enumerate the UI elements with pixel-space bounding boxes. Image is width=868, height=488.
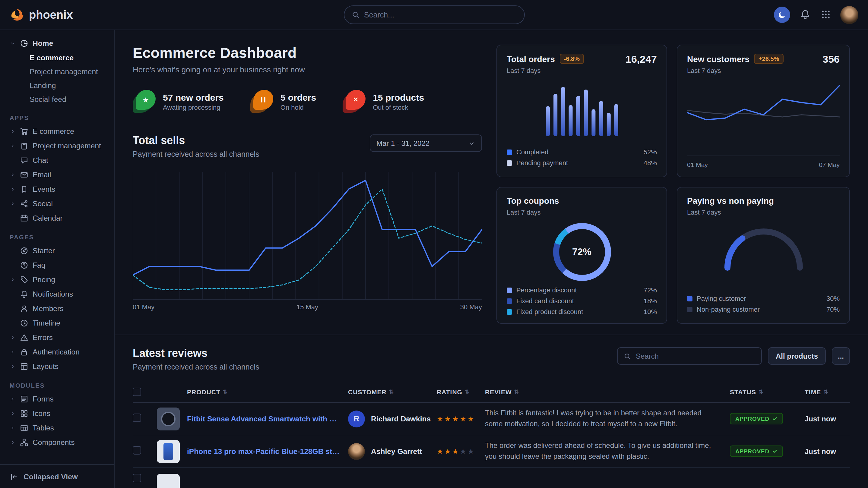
sidebar-item-layouts[interactable]: Layouts bbox=[5, 359, 109, 374]
sidebar-subitem-landing[interactable]: Landing bbox=[5, 78, 109, 92]
legend-item: Fixed product discount10% bbox=[507, 306, 657, 317]
sidebar-item-timeline[interactable]: Timeline bbox=[5, 316, 109, 330]
sidebar-item-events[interactable]: Events bbox=[5, 182, 109, 197]
card-period: Last 7 days bbox=[687, 67, 783, 74]
sidebar-item-pricing[interactable]: Pricing bbox=[5, 272, 109, 287]
caret-spacer bbox=[10, 291, 16, 297]
clipboard-icon bbox=[20, 142, 28, 150]
top-navbar: phoenix bbox=[0, 0, 868, 30]
sidebar-subitem-social-feed[interactable]: Social feed bbox=[5, 92, 109, 106]
navbar-search[interactable] bbox=[343, 5, 525, 24]
table-row[interactable]: Fitbit Sense Advanced Smartwatch with To… bbox=[133, 403, 850, 435]
apps-grid-button[interactable] bbox=[820, 9, 831, 21]
more-options-button[interactable]: ... bbox=[832, 347, 850, 365]
legend-value: 10% bbox=[644, 308, 657, 315]
legend-label: Completed bbox=[516, 148, 548, 156]
legend-item: Non-paying customer70% bbox=[687, 304, 840, 315]
column-header-time[interactable]: TIME bbox=[805, 388, 821, 395]
column-header-status[interactable]: STATUS bbox=[730, 388, 756, 395]
product-link[interactable]: iPhone 13 pro max-Pacific Blue-128GB sto… bbox=[187, 447, 340, 455]
column-header-rating[interactable]: RATING bbox=[437, 388, 462, 395]
sidebar-item-chat[interactable]: Chat bbox=[5, 153, 109, 168]
sidebar-item-faq[interactable]: Faq bbox=[5, 258, 109, 272]
top-coupons-legend: Percentage discount72%Fixed card discoun… bbox=[507, 285, 657, 317]
product-thumbnail bbox=[157, 407, 180, 430]
bell-icon bbox=[20, 290, 28, 298]
brand-name: phoenix bbox=[29, 8, 73, 22]
sidebar-item-members[interactable]: Members bbox=[5, 301, 109, 316]
total-orders-bar-chart bbox=[546, 85, 618, 136]
date-range-select[interactable]: Mar 1 - 31, 2022 bbox=[370, 134, 482, 152]
brand[interactable]: phoenix bbox=[10, 7, 73, 22]
legend-swatch bbox=[507, 287, 512, 293]
sidebar-subitem-e-commerce[interactable]: E commerce bbox=[5, 51, 109, 65]
review-time: Just now bbox=[805, 415, 850, 423]
sidebar-item-label: Starter bbox=[33, 247, 55, 255]
reviews-search[interactable] bbox=[617, 347, 762, 365]
sidebar-section-label: PAGES bbox=[10, 234, 104, 240]
column-header-customer[interactable]: CUSTOMER bbox=[348, 388, 386, 395]
navbar-search-input[interactable] bbox=[364, 10, 517, 19]
table-icon bbox=[20, 424, 28, 432]
all-products-button[interactable]: All products bbox=[768, 347, 826, 365]
notifications-button[interactable] bbox=[799, 9, 811, 21]
sidebar-item-project-management[interactable]: Project management bbox=[5, 139, 109, 153]
sidebar-item-social[interactable]: Social bbox=[5, 197, 109, 211]
sidebar-item-label: Authentication bbox=[33, 348, 80, 356]
theme-toggle-button[interactable] bbox=[774, 7, 790, 23]
search-icon bbox=[624, 352, 631, 360]
sidebar-item-notifications[interactable]: Notifications bbox=[5, 287, 109, 301]
user-avatar[interactable] bbox=[840, 6, 858, 24]
new-customers-x-axis: 01 May 07 May bbox=[687, 156, 840, 168]
sidebar-item-icons[interactable]: Icons bbox=[5, 406, 109, 421]
column-header-review[interactable]: REVIEW bbox=[485, 388, 512, 395]
sidebar-item-label: Home bbox=[33, 39, 53, 47]
sidebar-item-forms[interactable]: Forms bbox=[5, 392, 109, 406]
trend-badge: -6.8% bbox=[560, 54, 584, 64]
top-coupons-donut-chart: 72% bbox=[553, 223, 611, 281]
row-checkbox[interactable] bbox=[133, 446, 141, 455]
paying-gauge-chart bbox=[718, 222, 809, 272]
x-tick: 01 May bbox=[133, 303, 154, 311]
legend-value: 18% bbox=[644, 297, 657, 304]
dashboard-cards: Total orders -6.8% Last 7 days 16,247 Co… bbox=[496, 44, 850, 324]
sort-icon: ⇅ bbox=[758, 389, 763, 395]
sidebar-item-home[interactable]: Home bbox=[5, 36, 109, 51]
product-link[interactable]: Fitbit Sense Advanced Smartwatch with To… bbox=[187, 415, 340, 423]
sidebar-item-tables[interactable]: Tables bbox=[5, 421, 109, 435]
legend-swatch bbox=[507, 309, 512, 314]
sidebar-item-label: E commerce bbox=[33, 127, 74, 136]
sidebar-item-e-commerce[interactable]: E commerce bbox=[5, 124, 109, 139]
chevron-right-icon bbox=[10, 396, 16, 402]
legend-swatch bbox=[507, 160, 512, 165]
row-checkbox[interactable] bbox=[133, 474, 141, 482]
stat-label: 5 orders bbox=[280, 92, 316, 102]
legend-label: Fixed card discount bbox=[516, 297, 574, 304]
table-body: Fitbit Sense Advanced Smartwatch with To… bbox=[133, 403, 850, 488]
sidebar-subitem-project-management[interactable]: Project management bbox=[5, 65, 109, 78]
collapsed-view-button[interactable]: Collapsed View bbox=[0, 464, 114, 488]
caret-spacer bbox=[10, 306, 16, 312]
customer-avatar bbox=[348, 443, 365, 460]
review-text: This Fitbit is fantastic! I was trying t… bbox=[485, 408, 730, 429]
legend-label: Percentage discount bbox=[516, 286, 577, 294]
sidebar-item-label: Email bbox=[33, 171, 51, 179]
row-checkbox[interactable] bbox=[133, 414, 141, 422]
sidebar-item-components[interactable]: Components bbox=[5, 435, 109, 450]
product-thumbnail bbox=[157, 440, 180, 463]
caret-spacer bbox=[10, 215, 16, 221]
reviews-search-input[interactable] bbox=[636, 352, 755, 360]
total-orders-legend: Completed52%Pending payment48% bbox=[507, 147, 657, 168]
sidebar-item-calendar[interactable]: Calendar bbox=[5, 211, 109, 225]
table-row[interactable]: iPhone 13 pro max-Pacific Blue-128GB sto… bbox=[133, 435, 850, 468]
sidebar-item-errors[interactable]: Errors bbox=[5, 330, 109, 345]
x-tick: 07 May bbox=[819, 161, 840, 168]
clock-icon bbox=[20, 319, 28, 327]
column-header-product[interactable]: PRODUCT bbox=[187, 388, 220, 395]
chevron-down-icon bbox=[10, 40, 16, 46]
sidebar-item-starter[interactable]: Starter bbox=[5, 243, 109, 258]
sidebar-item-authentication[interactable]: Authentication bbox=[5, 345, 109, 359]
sidebar-item-email[interactable]: Email bbox=[5, 168, 109, 182]
select-all-checkbox[interactable] bbox=[133, 387, 141, 396]
bell-icon bbox=[800, 9, 810, 20]
